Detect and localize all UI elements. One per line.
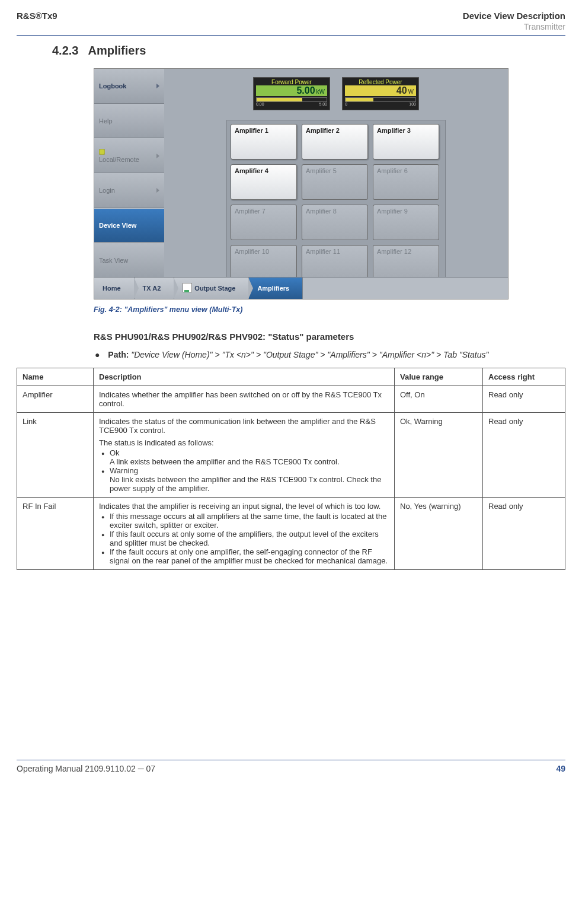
sidebar-item-label: Device View <box>99 222 136 229</box>
sidebar-item-label: Login <box>99 187 115 194</box>
meter-title: Forward Power <box>256 79 327 85</box>
parameters-table: Name Description Value range Access righ… <box>17 368 565 570</box>
desc-ok-text: A link exists between the amplifier and … <box>110 457 389 466</box>
col-access-right: Access right <box>483 368 565 386</box>
meter-title: Reflected Power <box>345 79 416 85</box>
meter-bar <box>256 97 327 102</box>
sidebar-item-label: Task View <box>99 257 128 264</box>
path-label: Path: <box>108 350 129 359</box>
table-row: Link Indicates the status of the communi… <box>17 413 565 498</box>
amplifier-button-4[interactable]: Amplifier 4 <box>231 164 297 200</box>
meter-value: 40 <box>396 85 407 95</box>
breadcrumb: Home TX A2 Output Stage Amplifiers <box>94 277 508 299</box>
sidebar-item-device-view[interactable]: Device View <box>94 208 164 243</box>
amplifier-button-12[interactable]: Amplifier 12 <box>373 245 439 281</box>
amplifier-button-3[interactable]: Amplifier 3 <box>373 124 439 160</box>
sidebar-item-help[interactable]: Help <box>94 104 164 139</box>
crumb-output-stage[interactable]: Output Stage <box>174 278 249 299</box>
meter-value: 5.00 <box>296 85 315 95</box>
cell-desc: Indicates that the amplifier is receivin… <box>94 498 395 570</box>
section-title: Amplifiers <box>88 44 146 58</box>
meter-bar <box>345 97 416 102</box>
desc-ok-title: Ok <box>110 448 120 457</box>
desc-bullet: If this fault occurs at only some of the… <box>110 530 379 547</box>
cell-range: No, Yes (warning) <box>395 498 483 570</box>
status-dot-icon <box>99 149 105 155</box>
amplifier-button-5[interactable]: Amplifier 5 <box>302 164 368 200</box>
chevron-right-icon <box>156 154 159 158</box>
page-number: 49 <box>556 764 565 773</box>
cell-access: Read only <box>483 498 565 570</box>
footer-manual-id: Operating Manual 2109.9110.02 ─ 07 <box>17 764 155 773</box>
bullet-icon: ● <box>95 350 100 359</box>
cell-desc: Indicates whether the amplifier has been… <box>94 386 395 413</box>
cell-name: Link <box>17 413 94 498</box>
col-name: Name <box>17 368 94 386</box>
meter-forward-power: Forward Power 5.00kW 0.00 5.00 <box>253 77 330 110</box>
document-icon <box>183 283 192 292</box>
cell-access: Read only <box>483 386 565 413</box>
doc-id: R&S®Tx9 <box>17 11 57 21</box>
meter-unit: W <box>408 88 414 95</box>
desc-warn-text: No link exists between the amplifier and… <box>110 475 389 493</box>
meter-unit: kW <box>316 88 325 95</box>
amplifier-button-8[interactable]: Amplifier 8 <box>302 205 368 240</box>
sidebar-item-label: Logbook <box>99 82 126 90</box>
amplifier-grid: Amplifier 1 Amplifier 2 Amplifier 3 Ampl… <box>226 120 446 285</box>
meter-min: 0.00 <box>256 102 264 106</box>
meter-reflected-power: Reflected Power 40W 0 100 <box>342 77 419 110</box>
sidebar-item-task-view[interactable]: Task View <box>94 243 164 278</box>
amplifier-button-2[interactable]: Amplifier 2 <box>302 124 368 160</box>
main-panel: Forward Power 5.00kW 0.00 5.00 Reflected… <box>164 69 508 278</box>
crumb-txa2[interactable]: TX A2 <box>135 278 175 299</box>
header-rule <box>17 35 565 36</box>
table-row: RF In Fail Indicates that the amplifier … <box>17 498 565 570</box>
sidebar-item-local-remote[interactable]: Local/Remote <box>94 138 164 173</box>
cell-desc: Indicates the status of the communicatio… <box>94 413 395 498</box>
figure-caption: Fig. 4-2: "Amplifiers" menu view (Multi‑… <box>94 305 509 314</box>
sidebar: Logbook Help Local/Remote Login <box>94 69 164 278</box>
desc-bullet: If the fault occurs at only one amplifie… <box>110 547 388 565</box>
screenshot-figure: Logbook Help Local/Remote Login <box>94 68 509 299</box>
desc-warn-title: Warning <box>110 466 138 475</box>
path-value: "Device View (Home)" > "Tx <n>" > "Outpu… <box>131 350 488 359</box>
sidebar-item-label: Local/Remote <box>99 156 139 163</box>
cell-name: Amplifier <box>17 386 94 413</box>
desc-intro: Indicates the status of the communicatio… <box>99 417 376 435</box>
cell-range: Off, On <box>395 386 483 413</box>
doc-subchapter: Transmitter <box>17 22 565 31</box>
amplifier-button-7[interactable]: Amplifier 7 <box>231 205 297 240</box>
section-number: 4.2.3 <box>52 44 78 58</box>
amplifier-button-1[interactable]: Amplifier 1 <box>231 124 297 160</box>
desc-subhead: The status is indicated as follows: <box>99 438 389 447</box>
meter-max: 5.00 <box>319 102 327 106</box>
amplifier-button-9[interactable]: Amplifier 9 <box>373 205 439 240</box>
col-value-range: Value range <box>395 368 483 386</box>
path-paragraph: ● Path: "Device View (Home)" > "Tx <n>" … <box>105 350 542 359</box>
meter-min: 0 <box>345 102 347 106</box>
table-row: Amplifier Indicates whether the amplifie… <box>17 386 565 413</box>
col-description: Description <box>94 368 395 386</box>
sidebar-item-label: Help <box>99 117 113 125</box>
doc-chapter: Device View Description <box>463 11 565 21</box>
sidebar-item-login[interactable]: Login <box>94 173 164 208</box>
desc-intro: Indicates that the amplifier is receivin… <box>99 502 380 511</box>
cell-name: RF In Fail <box>17 498 94 570</box>
amplifier-button-10[interactable]: Amplifier 10 <box>231 245 297 281</box>
meter-max: 100 <box>409 102 416 106</box>
chevron-right-icon <box>156 84 159 88</box>
chevron-right-icon <box>156 188 159 193</box>
cell-range: Ok, Warning <box>395 413 483 498</box>
amplifier-button-11[interactable]: Amplifier 11 <box>302 245 368 281</box>
parameters-heading: R&S PHU901/R&S PHU902/R&S PHV902: "Statu… <box>94 332 565 342</box>
crumb-home[interactable]: Home <box>94 278 135 299</box>
sidebar-item-logbook[interactable]: Logbook <box>94 69 164 104</box>
desc-bullet: If this message occurs at all amplifiers… <box>110 512 387 530</box>
crumb-amplifiers[interactable]: Amplifiers <box>249 278 303 299</box>
crumb-label: Output Stage <box>194 285 235 292</box>
cell-access: Read only <box>483 413 565 498</box>
amplifier-button-6[interactable]: Amplifier 6 <box>373 164 439 200</box>
